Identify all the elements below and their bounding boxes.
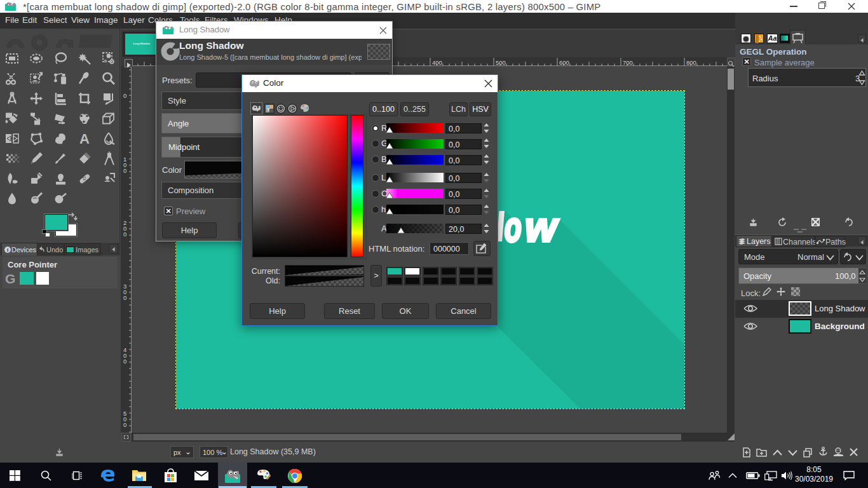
svg-text:i: i [7,247,8,253]
svg-text:600: 600 [559,59,569,66]
svg-text:0: 0 [123,167,126,174]
svg-text:0: 0 [123,358,126,365]
svg-text:0: 0 [123,92,126,99]
svg-text:0: 0 [123,294,126,301]
svg-text:0: 0 [123,421,126,428]
svg-text:400: 400 [432,59,442,66]
svg-text:700: 700 [623,59,633,66]
svg-text:A: A [79,131,90,147]
svg-text:800: 800 [686,59,696,66]
svg-text:0: 0 [123,231,126,238]
svg-text:500: 500 [496,59,506,66]
svg-text:Y: Y [267,107,270,112]
